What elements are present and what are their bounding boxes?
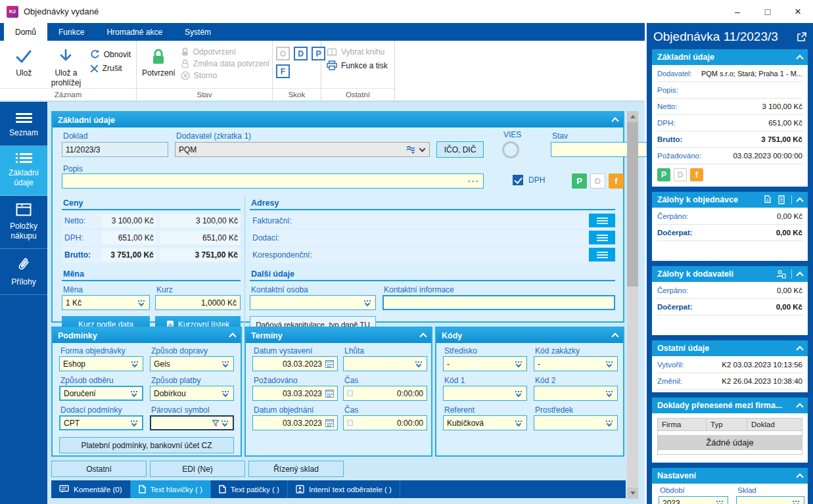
- mena-dropdown[interactable]: 1 Kč: [62, 295, 150, 310]
- dropdown-icon[interactable]: [129, 391, 139, 396]
- badge-p[interactable]: P: [572, 173, 587, 189]
- zpusob-odberu-dropdown[interactable]: Doručení: [59, 386, 143, 401]
- ribbon-tab-system[interactable]: Systém: [174, 23, 222, 41]
- platebni-podminky-button[interactable]: Platební podmínky, bankovní účet CZ: [59, 437, 234, 453]
- referent-dropdown[interactable]: Kubíčková: [443, 415, 527, 430]
- ribbon-tab-hromadne-akce[interactable]: Hromadné akce: [95, 23, 174, 41]
- jump-f-button[interactable]: F: [276, 64, 290, 78]
- popis-field[interactable]: ···: [62, 173, 484, 189]
- dropdown-icon[interactable]: [513, 421, 523, 426]
- zpusob-platby-dropdown[interactable]: Dobírkou: [150, 386, 234, 401]
- dropdown-icon[interactable]: [604, 391, 614, 396]
- doklad-field[interactable]: 11/2023/3: [62, 142, 168, 157]
- dropdown-icon[interactable]: [604, 361, 614, 367]
- dropdown-icon[interactable]: [413, 361, 423, 367]
- collapse-chevron-icon[interactable]: [796, 346, 803, 353]
- ribbon-tab-domu[interactable]: Domů: [4, 23, 47, 41]
- forma-objednavky-dropdown[interactable]: Eshop: [59, 356, 143, 371]
- address-menu-button[interactable]: [589, 231, 615, 244]
- document-copy-icon[interactable]: [762, 195, 772, 205]
- badge-d[interactable]: D: [590, 173, 605, 189]
- stredisko-dropdown[interactable]: -: [443, 356, 527, 371]
- dropdown-icon[interactable]: [714, 501, 724, 504]
- prostredek-dropdown[interactable]: [534, 415, 618, 430]
- maximize-button[interactable]: □: [753, 0, 783, 23]
- close-button[interactable]: ×: [783, 0, 813, 23]
- sidebar-item-polozky-nakupu[interactable]: Položky nákupu: [0, 196, 47, 249]
- sidebar-item-zakladni-udaje[interactable]: Základní údaje: [0, 146, 47, 196]
- storno-button[interactable]: Storno: [181, 71, 270, 80]
- stav-dropdown[interactable]: [551, 142, 659, 157]
- document-list-icon[interactable]: [777, 195, 786, 205]
- pozadovano-field[interactable]: 03.03.2023: [252, 386, 338, 401]
- calendar-icon[interactable]: [325, 419, 334, 427]
- ostatni-button[interactable]: Ostatní: [51, 461, 147, 477]
- collapse-chevron-icon[interactable]: [229, 332, 236, 340]
- save-button[interactable]: Ulož: [5, 44, 42, 88]
- dropdown-icon[interactable]: [604, 421, 614, 426]
- tab-text-paticky[interactable]: Text patičky ( ): [211, 480, 288, 498]
- kurz-field[interactable]: 1,0000 Kč: [155, 295, 241, 310]
- sklad-dropdown[interactable]: [736, 496, 804, 504]
- rizeny-sklad-button[interactable]: Řízený sklad: [248, 461, 344, 477]
- dropdown-icon[interactable]: [136, 300, 146, 306]
- parovaci-symbol-field[interactable]: [150, 415, 234, 430]
- refresh-button[interactable]: Obnovit: [90, 49, 131, 59]
- calendar-icon[interactable]: [325, 360, 334, 368]
- kontaktni-informace-field[interactable]: [383, 295, 615, 310]
- scrollbar-thumb[interactable]: [627, 122, 638, 286]
- ico-dic-button[interactable]: IČO, DIČ: [436, 141, 484, 158]
- collapse-chevron-icon[interactable]: [419, 332, 427, 340]
- dropdown-icon[interactable]: [220, 391, 230, 396]
- tab-interni-text[interactable]: Interní text odběratele ( ): [288, 480, 400, 498]
- chevron-down-icon[interactable]: [419, 146, 426, 152]
- dph-checkbox[interactable]: [513, 175, 523, 185]
- badge-d[interactable]: D: [674, 168, 687, 181]
- lhuta-dropdown[interactable]: [343, 356, 427, 371]
- dropdown-icon[interactable]: [513, 361, 523, 367]
- collapse-chevron-icon[interactable]: [796, 197, 803, 204]
- kod-zakazky-dropdown[interactable]: -: [534, 356, 618, 371]
- address-menu-button[interactable]: [589, 248, 615, 262]
- zpusob-dopravy-dropdown[interactable]: Geis: [150, 356, 234, 371]
- ribbon-tab-funkce[interactable]: Funkce: [47, 23, 95, 41]
- tab-komentare[interactable]: Komentáře (0): [51, 480, 131, 498]
- vertical-scrollbar[interactable]: [627, 111, 638, 499]
- sidebar-item-seznam[interactable]: Seznam: [0, 106, 47, 146]
- dropdown-icon[interactable]: [129, 421, 139, 426]
- datum-objednani-field[interactable]: 03.03.2023: [252, 415, 338, 430]
- save-and-view-button[interactable]: Ulož a prohlížej: [47, 44, 84, 88]
- scroll-up-button[interactable]: [627, 111, 638, 122]
- functions-print-button[interactable]: Funkce a tisk: [327, 60, 388, 70]
- dropdown-icon[interactable]: [513, 391, 523, 396]
- badge-f[interactable]: f: [690, 168, 703, 181]
- obdobi-dropdown[interactable]: 2023: [659, 496, 728, 504]
- column-header-firma[interactable]: Firma: [658, 419, 707, 430]
- dropdown-icon[interactable]: [220, 361, 230, 367]
- badge-f[interactable]: f: [609, 173, 624, 189]
- dropdown-icon[interactable]: [129, 361, 139, 367]
- jump-d-button[interactable]: D: [294, 47, 308, 60]
- badge-p[interactable]: P: [657, 168, 670, 181]
- collapse-chevron-icon[interactable]: [611, 117, 618, 124]
- dropdown-icon[interactable]: [362, 300, 372, 306]
- sidebar-item-prilohy[interactable]: Přílohy: [0, 249, 47, 295]
- change-confirm-date-button[interactable]: Změna data potvrzení: [181, 59, 270, 68]
- confirm-button[interactable]: Potvrzení: [142, 44, 175, 88]
- filter-icon[interactable]: [212, 419, 220, 427]
- collapse-chevron-icon[interactable]: [796, 403, 803, 410]
- dodavatel-field[interactable]: PQM: [175, 142, 430, 157]
- kod2-dropdown[interactable]: [534, 386, 618, 401]
- scroll-down-button[interactable]: [627, 488, 638, 499]
- collapse-chevron-icon[interactable]: [796, 473, 803, 480]
- kod1-dropdown[interactable]: [443, 386, 527, 401]
- collapse-chevron-icon[interactable]: [611, 332, 618, 340]
- column-header-doklad[interactable]: Doklad: [747, 419, 802, 430]
- unconfirm-button[interactable]: Odpotvrzení: [181, 47, 270, 57]
- collapse-chevron-icon[interactable]: [796, 55, 803, 62]
- dodaci-podminky-dropdown[interactable]: CPT: [59, 415, 143, 430]
- dropdown-icon[interactable]: [220, 421, 229, 426]
- jump-o-button[interactable]: O: [276, 47, 290, 60]
- address-menu-button[interactable]: [589, 214, 615, 227]
- external-link-icon[interactable]: [797, 32, 806, 42]
